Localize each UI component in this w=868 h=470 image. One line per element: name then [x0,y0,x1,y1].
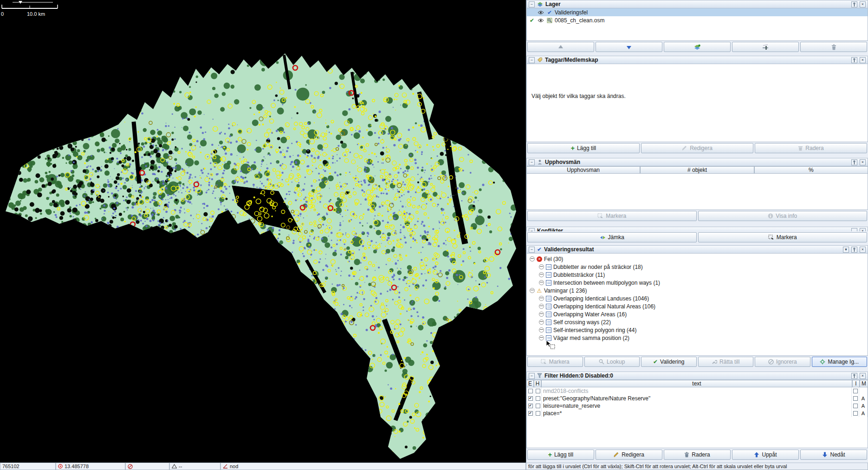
filter-up-button[interactable]: Uppåt [732,450,799,460]
close-icon[interactable]: × [860,247,866,253]
tree-expander-icon[interactable] [530,256,535,261]
tree-expander-icon[interactable] [539,296,544,301]
collapse-icon[interactable]: − [529,228,535,232]
active-layer-check-icon[interactable]: ✔ [528,17,536,24]
tree-expander-icon[interactable] [539,264,544,269]
filter-hidden-checkbox[interactable] [536,404,540,408]
filter-row[interactable]: preset:"Geography/Nature/Nature Reserve"… [527,395,868,402]
filter-inverted-checkbox[interactable] [853,404,858,408]
filter-row[interactable]: nmd2018-conflicts [527,387,868,395]
collapse-icon[interactable]: − [529,57,535,63]
layer-up-button[interactable] [527,42,594,52]
validation-tree-item[interactable]: Self crossing ways (22) [527,318,868,326]
authors-column-header[interactable]: # objekt [640,166,754,174]
collapse-icon[interactable]: − [529,373,535,379]
map-render[interactable] [0,0,526,463]
filter-inverted-checkbox[interactable] [853,396,858,401]
filter-inverted-checkbox[interactable] [853,389,858,393]
edit-tag-button[interactable]: Redigera [641,143,753,153]
tree-expander-icon[interactable] [539,304,544,309]
pin-icon[interactable] [851,247,857,253]
validation-tree-item[interactable]: ×Fel (30) [527,255,868,263]
layer-opacity-button[interactable] [732,42,799,52]
close-icon[interactable]: × [860,1,866,7]
map-canvas[interactable]: 0 10.0 km [0,0,526,463]
validation-tree-item[interactable]: Intersection between multipolygon ways (… [527,279,868,287]
tree-expander-icon[interactable] [539,335,544,340]
fix-button[interactable]: Rätta till [698,357,754,367]
delete-layer-button[interactable] [800,42,867,52]
filter-edit-button[interactable]: Redigera [596,450,662,460]
collapse-icon[interactable]: − [529,159,535,165]
visibility-eye-icon[interactable] [537,18,544,23]
pin-icon[interactable] [851,57,857,63]
validate-button[interactable]: ✔Validering [641,357,697,367]
filter-delete-button[interactable]: Radera [664,450,731,460]
tree-expander-icon[interactable] [539,312,544,317]
filter-hidden-checkbox[interactable] [536,411,540,416]
validation-tree-item[interactable]: Self-intersecting polygon ring (44) [527,326,868,334]
delete-tag-button[interactable]: Radera [755,143,867,153]
filter-enabled-checkbox[interactable] [528,389,533,393]
tree-expander-icon[interactable] [539,320,544,325]
pin-icon[interactable] [851,373,857,379]
layers-list: ✔ Valideringsfel ✔ 0085_ch_clean.osm [526,8,868,41]
tree-expander-icon[interactable] [539,272,544,277]
validation-tree-label: Intersection between multipolygon ways (… [553,280,660,286]
filter-col-inverted[interactable]: I [852,380,860,387]
layer-row[interactable]: ✔ 0085_ch_clean.osm [527,16,868,24]
close-icon[interactable]: × [860,57,866,63]
pin-icon[interactable] [851,159,857,165]
validation-tree-item[interactable]: ⚠Varningar (1 236) [527,287,868,294]
merge-layers-button[interactable] [664,42,731,52]
close-icon[interactable]: × [860,373,866,379]
filter-down-button[interactable]: Nedåt [800,450,867,460]
add-tag-button[interactable]: +Lägg till [527,143,640,153]
close-icon[interactable]: × [860,228,866,232]
tags-panel: − Taggar/Medlemskap × Välj objekt för vi… [526,56,868,155]
filter-col-mode[interactable]: M [860,380,868,387]
collapse-icon[interactable]: − [529,1,535,7]
filter-enabled-checkbox[interactable] [528,411,533,416]
manage-ignore-button[interactable]: Manage Ig... [812,357,868,367]
layer-down-button[interactable] [596,42,662,52]
validation-tree-item[interactable]: Overlapping Identical Natural Areas (106… [527,302,868,310]
filter-col-enabled[interactable]: E [526,380,534,387]
validation-tree-label: Vägar med samma position (2) [553,335,629,341]
filter-enabled-checkbox[interactable] [528,396,533,401]
status-help-text: för att lägga till i urvalet (Ctrl för a… [526,463,868,470]
validation-tree-item[interactable]: Vägar med samma position (2) [527,334,868,342]
authors-column-header[interactable]: Upphovsman [526,166,640,174]
filter-row[interactable]: leisure=nature_reserveA [527,402,868,410]
filter-add-button[interactable]: +Lägg till [527,450,594,460]
select-conflict-button[interactable]: Markera [698,232,868,242]
authors-column-header[interactable]: % [754,166,868,174]
validation-tree-item[interactable]: Overlapping Identical Landuses (1046) [527,294,868,302]
validation-select-button[interactable]: Markera [527,357,583,367]
lookup-button[interactable]: Lookup [584,357,640,367]
validation-tree-item[interactable]: Dubblettsträckor (11) [527,271,868,279]
tree-expander-icon[interactable] [539,327,544,333]
select-authors-button[interactable]: Markera [527,211,697,221]
filter-enabled-checkbox[interactable] [528,404,533,408]
filter-hidden-checkbox[interactable] [536,389,540,393]
show-info-button[interactable]: Visa info [698,211,868,221]
resolve-conflict-button[interactable]: Jämka [527,232,697,242]
collapse-icon[interactable]: − [529,247,535,253]
filter-col-text[interactable]: text [541,380,852,387]
pin-icon[interactable] [851,228,857,232]
ignore-button[interactable]: Ignorera [755,357,810,367]
filter-col-hidden[interactable]: H [534,380,541,387]
expand-all-icon[interactable]: ▾ [843,247,849,253]
validation-tree-item[interactable]: Dubbletter av noder på sträckor (18) [527,263,868,271]
layer-row[interactable]: ✔ Valideringsfel [527,8,868,16]
filter-row[interactable]: place=*A [527,410,868,417]
visibility-eye-icon[interactable] [537,10,544,15]
close-icon[interactable]: × [860,159,866,165]
pin-icon[interactable] [851,1,857,7]
filter-inverted-checkbox[interactable] [853,411,858,416]
tree-expander-icon[interactable] [539,280,544,285]
filter-hidden-checkbox[interactable] [536,396,540,401]
validation-tree-item[interactable]: Overlapping Water Areas (16) [527,310,868,318]
tree-expander-icon[interactable] [530,288,535,293]
